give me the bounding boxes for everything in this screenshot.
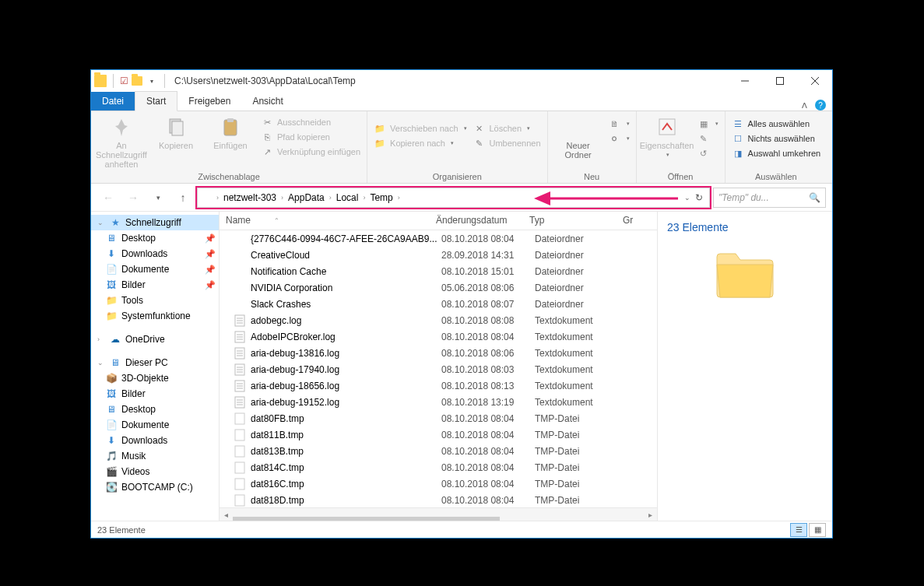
file-row[interactable]: {2776C446-0994-46C7-AFEE-26CA9AAB9... 08… [220,230,657,247]
sidebar-item[interactable]: ⬇ Downloads [91,433,219,448]
sidebar-quickaccess[interactable]: ⌄ ★ Schnellzugriff [91,215,219,230]
column-size[interactable]: Gr [617,212,648,230]
chevron-right-icon[interactable]: › [361,194,367,202]
help-icon[interactable]: ? [815,100,826,111]
sidebar-item[interactable]: 📦 3D-Objekte [91,370,219,386]
easyaccess-button[interactable]: ⭘▾ [609,132,630,145]
recent-locations-button[interactable]: ▾ [147,187,169,209]
sidebar-item[interactable]: 🎵 Musik [91,448,219,464]
file-row[interactable]: CreativeCloud 28.09.2018 14:31 Dateiordn… [220,247,657,263]
file-row[interactable]: dat818D.tmp 08.10.2018 08:04 TMP-Datei [220,492,657,507]
file-row[interactable]: aria-debug-13816.log 08.10.2018 08:06 Te… [220,345,657,361]
chevron-right-icon[interactable]: › [396,194,402,202]
sidebar-item[interactable]: 📁 Systemfunktione [91,308,219,324]
chevron-right-icon[interactable]: › [97,335,105,343]
column-date[interactable]: Änderungsdatum [430,212,523,230]
breadcrumb-3[interactable]: Temp [367,192,395,203]
search-input[interactable]: "Temp" du... 🔍 [713,188,826,208]
back-button[interactable]: ← [97,187,119,209]
sidebar-item[interactable]: 🎬 Videos [91,464,219,479]
minimize-button[interactable] [727,70,762,92]
delete-button[interactable]: ✕Löschen▾ [473,122,541,135]
cut-button[interactable]: ✂Ausschneiden [261,116,360,128]
file-row[interactable]: Notification Cache 08.10.2018 15:01 Date… [220,263,657,279]
sidebar-item[interactable]: 🖥 Desktop📌 [91,230,219,246]
sidebar-onedrive[interactable]: › ☁ OneDrive [91,332,219,347]
file-row[interactable]: adobegc.log 08.10.2018 08:08 Textdokumen… [220,312,657,328]
copyto-button[interactable]: 📁Kopieren nach▾ [374,137,466,149]
file-row[interactable]: aria-debug-17940.log 08.10.2018 08:03 Te… [220,361,657,377]
copypath-button[interactable]: ⎘Pfad kopieren [261,131,360,143]
sidebar-item[interactable]: 📄 Dokumente📌 [91,261,219,277]
chevron-right-icon[interactable]: › [215,194,220,202]
file-name: dat813B.tmp [251,446,441,457]
breadcrumb-1[interactable]: AppData [285,192,328,203]
sidebar-item[interactable]: 💽 BOOTCAMP (C:) [91,479,219,495]
newfolder-button[interactable]: Neuer Ordner [554,114,603,160]
pastelink-button[interactable]: ↗Verknüpfung einfügen [261,146,360,158]
qat-properties-icon[interactable]: ☑ [120,75,128,86]
forward-button[interactable]: → [122,187,144,209]
maximize-button[interactable] [762,70,797,92]
rename-button[interactable]: ✎Umbenennen [473,137,541,149]
edit-button[interactable]: ✎ [697,132,718,145]
paste-button[interactable]: Einfügen [206,114,255,150]
chevron-right-icon[interactable]: › [328,194,333,202]
file-row[interactable]: AdobeIPCBroker.log 08.10.2018 08:04 Text… [220,328,657,345]
breadcrumb-2[interactable]: Local [333,192,362,203]
tab-view[interactable]: Ansicht [241,92,293,111]
address-bar[interactable]: › netzwelt-303 › AppData › Local › Temp … [197,188,710,208]
addressbar-dropdown-icon[interactable]: ⌄ [684,194,690,202]
chevron-down-icon[interactable]: ⌄ [97,219,105,226]
sidebar-item[interactable]: 📄 Dokumente [91,417,219,433]
collapse-ribbon-icon[interactable]: ᐱ [802,101,807,110]
file-row[interactable]: aria-debug-18656.log 08.10.2018 08:13 Te… [220,377,657,394]
file-row[interactable]: dat816C.tmp 08.10.2018 08:04 TMP-Datei [220,475,657,492]
column-type[interactable]: Typ [523,212,617,230]
sidebar-thispc[interactable]: ⌄ 🖥 Dieser PC [91,355,219,370]
pin-quickaccess-button[interactable]: An Schnellzugriff anheften [97,114,146,169]
file-row[interactable]: aria-debug-19152.log 08.10.2018 13:19 Te… [220,394,657,410]
selectinvert-button[interactable]: ◨Auswahl umkehren [732,147,821,160]
up-button[interactable]: ↑ [172,187,194,209]
tab-start[interactable]: Start [135,91,177,111]
file-row[interactable]: Slack Crashes 08.10.2018 08:07 Dateiordn… [220,296,657,312]
chevron-right-icon[interactable]: › [279,194,285,202]
sidebar-item[interactable]: 🖼 Bilder📌 [91,277,219,293]
sidebar-item[interactable]: 📁 Tools [91,293,219,308]
sidebar-item[interactable]: ⬇ Downloads📌 [91,246,219,261]
view-icons-button[interactable]: ▦ [809,523,826,537]
tab-share[interactable]: Freigeben [177,92,241,111]
newitem-button[interactable]: 🗎▾ [609,118,630,130]
tab-file[interactable]: Datei [91,92,135,111]
file-row[interactable]: dat80FB.tmp 08.10.2018 08:04 TMP-Datei [220,410,657,426]
file-row[interactable]: dat814C.tmp 08.10.2018 08:04 TMP-Datei [220,459,657,475]
open-button[interactable]: ▦▾ [697,118,718,130]
scroll-left-icon[interactable]: ◂ [220,511,233,519]
copy-button[interactable]: Kopieren [152,114,200,150]
refresh-button[interactable]: ↻ [695,192,703,203]
sidebar-item[interactable]: 🖼 Bilder [91,386,219,402]
horizontal-scrollbar[interactable]: ◂ ▸ [220,507,657,521]
selectnone-button[interactable]: ☐Nichts auswählen [732,132,821,145]
column-name[interactable]: Name⌃ [220,212,430,230]
file-row[interactable]: dat813B.tmp 08.10.2018 08:04 TMP-Datei [220,443,657,459]
qat-newfolder-icon[interactable] [132,76,142,86]
history-button[interactable]: ↺ [697,147,718,160]
scroll-right-icon[interactable]: ▸ [644,511,657,519]
view-details-button[interactable]: ☰ [790,523,807,537]
breadcrumb-0[interactable]: netzwelt-303 [220,192,279,203]
qat-customize-icon[interactable]: ▾ [150,78,153,85]
close-button[interactable] [797,70,832,92]
sidebar-item[interactable]: 🖥 Desktop [91,402,219,417]
selectall-button[interactable]: ☰Alles auswählen [732,118,821,130]
scrollbar-thumb[interactable] [233,517,500,521]
file-row[interactable]: NVIDIA Corporation 05.06.2018 08:06 Date… [220,279,657,296]
navigation-pane[interactable]: ⌄ ★ Schnellzugriff 🖥 Desktop📌 ⬇ Download… [91,212,220,521]
moveto-button[interactable]: 📁Verschieben nach▾ [374,122,466,135]
file-icon [234,429,246,441]
properties-button[interactable]: Eigenschaften▾ [643,114,691,158]
file-list[interactable]: {2776C446-0994-46C7-AFEE-26CA9AAB9... 08… [220,230,657,507]
chevron-down-icon[interactable]: ⌄ [97,359,105,367]
file-row[interactable]: dat811B.tmp 08.10.2018 08:04 TMP-Datei [220,426,657,443]
